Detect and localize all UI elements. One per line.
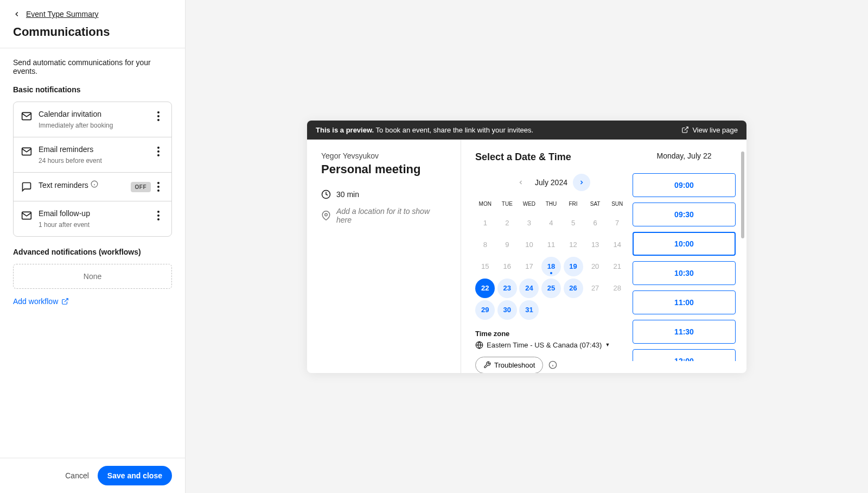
add-workflow-link[interactable]: Add workflow <box>13 297 69 306</box>
info-icon[interactable] <box>548 361 557 369</box>
notification-item[interactable]: Text remindersOFF <box>14 173 171 201</box>
notification-title: Email reminders <box>39 145 153 154</box>
calendar-day[interactable]: 26 <box>564 279 583 298</box>
meeting-info: Yegor Yevsyukov Personal meeting 30 min … <box>307 140 461 373</box>
calendar: Select a Date & Time July 2024 MONTUEWED… <box>461 140 633 373</box>
time-slot[interactable]: 10:00 <box>633 232 736 256</box>
cancel-button[interactable]: Cancel <box>65 471 89 480</box>
dow-label: MON <box>475 199 495 211</box>
calendar-day[interactable]: 31 <box>519 300 539 320</box>
external-link-icon <box>681 126 689 134</box>
calendar-day: 11 <box>541 235 561 255</box>
mail-icon <box>21 210 32 221</box>
notification-subtitle: 24 hours before event <box>39 157 153 165</box>
caret-down-icon: ▼ <box>605 342 610 347</box>
time-slot[interactable]: 10:30 <box>633 261 736 285</box>
calendar-day: 28 <box>608 279 627 298</box>
time-slot[interactable]: 12:00 <box>633 349 736 361</box>
calendar-day[interactable]: 19 <box>564 257 583 276</box>
more-menu-button[interactable] <box>153 180 164 193</box>
time-slot[interactable]: 11:00 <box>633 290 736 314</box>
selected-date: Monday, July 22 <box>633 151 736 160</box>
calendar-day: 14 <box>608 235 627 255</box>
calendar-day[interactable]: 25 <box>541 279 561 298</box>
sidebar: Event Type Summary Communications Send a… <box>0 0 186 493</box>
info-icon[interactable] <box>91 180 98 188</box>
mail-icon <box>21 111 32 122</box>
calendar-day <box>541 300 561 320</box>
calendar-day[interactable]: 30 <box>497 300 517 320</box>
dow-label: SAT <box>585 199 605 211</box>
basic-notifications-label: Basic notifications <box>13 85 172 94</box>
notification-list: Calendar invitationImmediately after boo… <box>13 102 172 237</box>
troubleshoot-label: Troubleshoot <box>494 361 535 369</box>
timezone-value: Eastern Time - US & Canada (07:43) <box>487 341 602 349</box>
svg-point-6 <box>325 213 328 216</box>
preview-bar: This is a preview. To book an event, sha… <box>307 121 746 140</box>
notification-item[interactable]: Email follow-up1 hour after event <box>14 201 171 236</box>
calendar-day: 8 <box>475 235 495 255</box>
calendar-day: 12 <box>564 235 583 255</box>
calendar-day: 7 <box>608 213 627 233</box>
more-menu-button[interactable] <box>153 110 164 123</box>
workflow-empty: None <box>13 264 172 289</box>
duration-label: 30 min <box>336 190 359 199</box>
calendar-day: 17 <box>519 257 539 276</box>
meeting-title: Personal meeting <box>321 162 446 176</box>
chevron-left-icon <box>13 10 21 18</box>
calendar-day: 10 <box>519 235 539 255</box>
calendar-day: 5 <box>564 213 583 233</box>
calendar-day: 9 <box>497 235 517 255</box>
off-badge: OFF <box>131 182 151 192</box>
svg-line-4 <box>685 127 688 130</box>
calendar-day[interactable]: 22 <box>475 279 495 298</box>
prev-month-button[interactable] <box>512 174 529 191</box>
back-link[interactable]: Event Type Summary <box>13 10 99 18</box>
notification-subtitle: Immediately after booking <box>39 122 153 129</box>
calendar-day[interactable]: 24 <box>519 279 539 298</box>
main: This is a preview. To book an event, sha… <box>186 0 868 493</box>
dow-label: THU <box>541 199 561 211</box>
view-live-link[interactable]: View live page <box>681 126 738 134</box>
back-label[interactable]: Event Type Summary <box>26 10 99 18</box>
calendar-day <box>585 300 605 320</box>
chat-icon <box>21 181 32 192</box>
dow-label: TUE <box>497 199 518 211</box>
dow-label: FRI <box>563 199 583 211</box>
page-title: Communications <box>13 25 172 39</box>
preview-bar-bold: This is a preview. <box>316 126 374 134</box>
calendar-day: 2 <box>497 213 517 233</box>
time-slot[interactable]: 09:30 <box>633 203 736 226</box>
calendar-day: 20 <box>585 257 605 276</box>
calendar-day: 21 <box>608 257 627 276</box>
notification-item[interactable]: Email reminders24 hours before event <box>14 137 171 173</box>
chevron-right-icon <box>578 179 585 186</box>
troubleshoot-button[interactable]: Troubleshoot <box>475 357 543 373</box>
dow-label: SUN <box>607 199 627 211</box>
calendar-day: 27 <box>585 279 605 298</box>
more-menu-button[interactable] <box>153 209 164 222</box>
scrollbar[interactable] <box>741 151 744 238</box>
wrench-icon <box>483 361 491 369</box>
save-button[interactable]: Save and close <box>98 466 172 485</box>
next-month-button[interactable] <box>573 174 590 191</box>
calendar-day: 4 <box>541 213 561 233</box>
calendar-day[interactable]: 23 <box>497 279 517 298</box>
chevron-left-icon <box>518 179 524 186</box>
timezone-select[interactable]: Eastern Time - US & Canada (07:43) ▼ <box>475 341 627 349</box>
more-menu-button[interactable] <box>153 145 164 158</box>
timezone-label: Time zone <box>475 330 627 338</box>
notification-item[interactable]: Calendar invitationImmediately after boo… <box>14 102 171 137</box>
preview-card: This is a preview. To book an event, sha… <box>307 121 746 373</box>
add-workflow-label: Add workflow <box>13 297 58 306</box>
time-slot[interactable]: 11:30 <box>633 320 736 344</box>
page-description: Send automatic communications for your e… <box>13 58 172 75</box>
calendar-day: 1 <box>475 213 495 233</box>
time-slot[interactable]: 09:00 <box>633 173 736 197</box>
calendar-day: 13 <box>585 235 605 255</box>
calendar-day: 16 <box>497 257 517 276</box>
calendar-day: 3 <box>519 213 539 233</box>
calendar-day[interactable]: 29 <box>475 300 495 320</box>
calendar-day[interactable]: 18 <box>541 257 561 276</box>
location-icon <box>321 211 331 220</box>
